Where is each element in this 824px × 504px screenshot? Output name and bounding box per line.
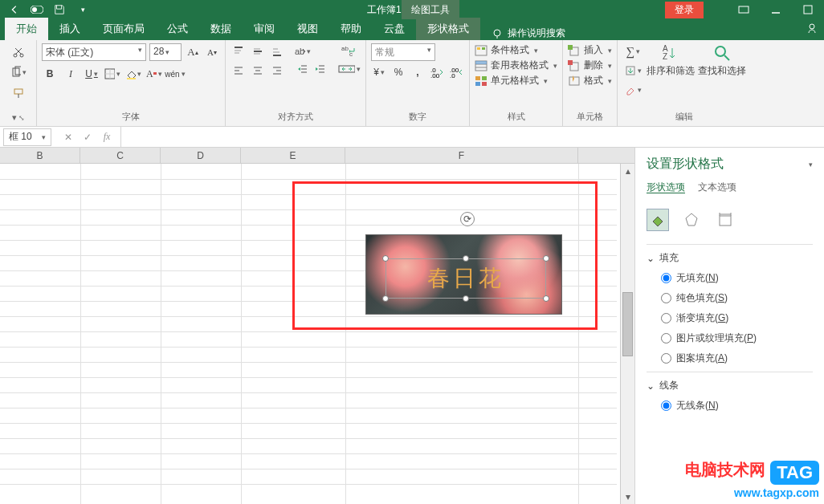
save-icon[interactable] bbox=[50, 2, 69, 18]
increase-decimal-icon[interactable]: .0.00 bbox=[429, 64, 445, 80]
login-button[interactable]: 登录 bbox=[665, 2, 704, 18]
fill-color-icon[interactable]: ▾ bbox=[125, 66, 141, 82]
col-header-F[interactable]: F bbox=[345, 148, 578, 164]
currency-icon[interactable]: ¥▾ bbox=[371, 64, 387, 80]
decrease-indent-icon[interactable] bbox=[295, 61, 311, 77]
format-painter-icon[interactable] bbox=[10, 85, 27, 101]
fill-section-toggle[interactable]: ⌄填充 bbox=[647, 251, 813, 265]
number-format-combo[interactable]: 常规▾ bbox=[371, 43, 435, 61]
bold-icon[interactable]: B bbox=[42, 66, 58, 82]
fill-gradient-radio[interactable]: 渐变填充(G) bbox=[661, 311, 813, 325]
effects-tab-icon[interactable] bbox=[680, 209, 703, 231]
share-button[interactable] bbox=[806, 22, 818, 34]
decrease-decimal-icon[interactable]: .00.0 bbox=[448, 64, 464, 80]
qat-dropdown-icon[interactable]: ▾ bbox=[72, 2, 92, 18]
tab-help[interactable]: 帮助 bbox=[329, 18, 373, 40]
tab-page-layout[interactable]: 页面布局 bbox=[92, 18, 156, 40]
size-tab-icon[interactable] bbox=[714, 209, 736, 231]
resize-handle[interactable] bbox=[463, 295, 469, 302]
fill-picture-radio[interactable]: 图片或纹理填充(P) bbox=[661, 331, 813, 345]
tab-review[interactable]: 审阅 bbox=[243, 18, 286, 40]
enter-formula-icon[interactable]: ✓ bbox=[79, 128, 96, 146]
increase-indent-icon[interactable] bbox=[312, 61, 328, 77]
formula-input[interactable] bbox=[121, 128, 824, 146]
grid[interactable]: /* row lines drawn below via JS-less rep… bbox=[0, 164, 634, 504]
ribbon-display-icon[interactable] bbox=[728, 0, 760, 19]
increase-font-icon[interactable]: A▴ bbox=[185, 44, 201, 60]
resize-handle[interactable] bbox=[543, 255, 549, 262]
font-size-combo[interactable]: 28▾ bbox=[149, 43, 182, 61]
table-format-button[interactable]: 套用表格格式▾ bbox=[475, 59, 557, 72]
col-header-B[interactable]: B bbox=[0, 148, 80, 164]
find-select-button[interactable]: 查找和选择 bbox=[698, 43, 746, 78]
tab-view[interactable]: 视图 bbox=[286, 18, 329, 40]
scroll-up-icon[interactable]: ▴ bbox=[621, 164, 634, 178]
autosave-toggle[interactable] bbox=[27, 2, 47, 18]
fill-icon[interactable]: ▾ bbox=[622, 63, 643, 79]
fill-solid-radio[interactable]: 纯色填充(S) bbox=[661, 291, 813, 305]
resize-handle[interactable] bbox=[543, 295, 549, 302]
merge-center-icon[interactable]: ▾ bbox=[338, 61, 361, 77]
minimize-icon[interactable] bbox=[760, 0, 792, 19]
italic-icon[interactable]: I bbox=[63, 66, 79, 82]
align-top-icon[interactable] bbox=[230, 43, 247, 59]
format-cells-button[interactable]: 格式▾ bbox=[568, 74, 612, 87]
sort-filter-button[interactable]: AZ 排序和筛选 bbox=[647, 43, 695, 78]
align-left-icon[interactable] bbox=[230, 63, 247, 79]
resize-handle[interactable] bbox=[463, 255, 469, 262]
tab-insert[interactable]: 插入 bbox=[48, 18, 92, 40]
pane-menu-icon[interactable]: ▾ bbox=[809, 161, 813, 169]
orientation-icon[interactable]: ab▾ bbox=[295, 43, 311, 59]
pane-tab-shape-options[interactable]: 形状选项 bbox=[647, 181, 685, 194]
phonetic-icon[interactable]: wén▾ bbox=[167, 66, 183, 82]
maximize-icon[interactable] bbox=[792, 0, 824, 19]
fx-icon[interactable]: fx bbox=[98, 128, 116, 146]
wrap-text-icon[interactable]: abc bbox=[338, 43, 361, 59]
resize-handle[interactable] bbox=[382, 295, 389, 302]
fill-line-tab-icon[interactable] bbox=[647, 209, 669, 231]
tab-data[interactable]: 数据 bbox=[199, 18, 243, 40]
pane-tab-text-options[interactable]: 文本选项 bbox=[698, 181, 736, 194]
comma-icon[interactable]: , bbox=[410, 64, 426, 80]
cut-icon[interactable] bbox=[10, 43, 27, 59]
col-header-C[interactable]: C bbox=[80, 148, 161, 164]
vertical-scrollbar[interactable]: ▴ ▾ bbox=[620, 164, 634, 504]
font-name-combo[interactable]: 宋体 (正文)▾ bbox=[42, 43, 146, 61]
text-box-shape[interactable]: 春日花 bbox=[385, 258, 546, 299]
fill-none-radio[interactable]: 无填充(N) bbox=[661, 271, 813, 285]
scroll-down-icon[interactable]: ▾ bbox=[621, 490, 634, 504]
border-icon[interactable]: ▾ bbox=[104, 66, 120, 82]
col-header-E[interactable]: E bbox=[241, 148, 345, 164]
tell-me-search[interactable]: 操作说明搜索 bbox=[480, 26, 577, 40]
conditional-format-button[interactable]: 条件格式▾ bbox=[475, 43, 557, 57]
tab-shape-format[interactable]: 形状格式 bbox=[416, 18, 480, 40]
cancel-formula-icon[interactable]: ✕ bbox=[59, 128, 77, 146]
delete-cells-button[interactable]: 删除▾ bbox=[568, 59, 612, 72]
align-middle-icon[interactable] bbox=[250, 43, 266, 59]
worksheet[interactable]: B C D E F /* row lines drawn below via J… bbox=[0, 148, 634, 504]
align-bottom-icon[interactable] bbox=[269, 43, 285, 59]
insert-cells-button[interactable]: 插入▾ bbox=[568, 43, 612, 57]
tab-cloud[interactable]: 云盘 bbox=[373, 18, 416, 40]
tab-home[interactable]: 开始 bbox=[5, 18, 48, 40]
name-box[interactable]: 框 10▾ bbox=[3, 128, 51, 146]
fill-pattern-radio[interactable]: 图案填充(A) bbox=[661, 352, 813, 365]
percent-icon[interactable]: % bbox=[390, 64, 406, 80]
col-header-D[interactable]: D bbox=[161, 148, 241, 164]
scroll-thumb[interactable] bbox=[622, 292, 633, 356]
underline-icon[interactable]: U▾ bbox=[84, 66, 100, 82]
align-center-icon[interactable] bbox=[250, 63, 266, 79]
copy-icon[interactable]: ▾ bbox=[10, 64, 27, 80]
line-none-radio[interactable]: 无线条(N) bbox=[661, 399, 813, 413]
rotate-handle-icon[interactable]: ⟳ bbox=[460, 212, 475, 226]
cell-style-button[interactable]: 单元格样式▾ bbox=[475, 74, 557, 87]
clear-icon[interactable]: ▾ bbox=[622, 82, 643, 98]
tab-formula[interactable]: 公式 bbox=[156, 18, 199, 40]
autosum-icon[interactable]: ∑▾ bbox=[622, 43, 643, 59]
back-icon[interactable] bbox=[5, 2, 24, 18]
resize-handle[interactable] bbox=[382, 255, 389, 262]
font-color-icon[interactable]: A▾ bbox=[146, 66, 162, 82]
decrease-font-icon[interactable]: A▾ bbox=[204, 44, 220, 60]
line-section-toggle[interactable]: ⌄线条 bbox=[647, 379, 813, 392]
align-right-icon[interactable] bbox=[269, 63, 285, 79]
